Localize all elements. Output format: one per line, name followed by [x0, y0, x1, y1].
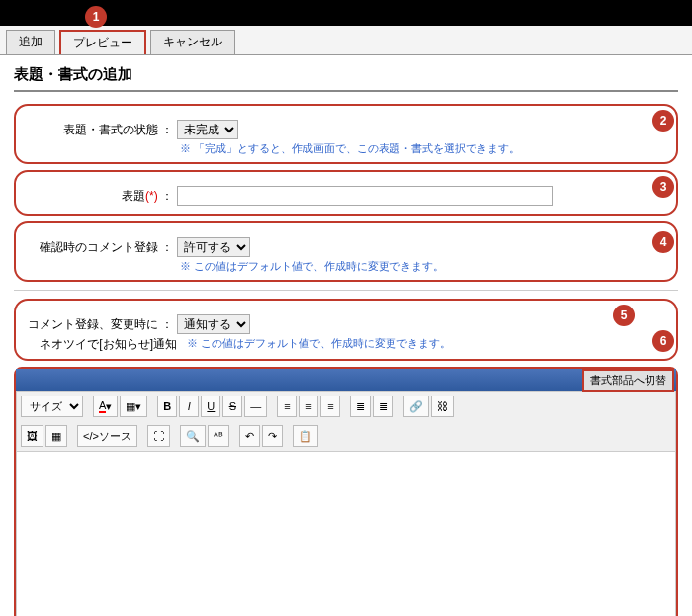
content-area: 表題・書式の追加 表題・書式の状態 ： 未完成 ※ 「完成」とすると、作成画面で…: [0, 55, 692, 616]
text-color-icon[interactable]: A▾: [93, 396, 118, 417]
notify-label-line2: ネオツイで[お知らせ]通知: [24, 336, 177, 353]
hr-icon[interactable]: —: [244, 396, 267, 417]
badge-1: 1: [85, 6, 107, 28]
status-select[interactable]: 未完成: [177, 120, 238, 139]
switch-format-parts-button[interactable]: 書式部品へ切替: [582, 369, 674, 392]
confirm-comment-select[interactable]: 許可する: [177, 237, 250, 257]
underline-icon[interactable]: U: [201, 396, 220, 417]
editor-textarea[interactable]: [16, 452, 676, 616]
align-left-icon[interactable]: ≡: [277, 396, 297, 417]
tab-cancel[interactable]: キャンセル: [150, 30, 235, 54]
bold-icon[interactable]: B: [157, 396, 177, 417]
divider: [14, 290, 678, 291]
table-icon[interactable]: ▦: [45, 425, 67, 447]
status-label: 表題・書式の状態 ：: [24, 120, 177, 138]
tab-preview[interactable]: プレビュー: [59, 30, 146, 54]
image-icon[interactable]: 🖼: [21, 425, 43, 447]
badge-3: 3: [652, 176, 674, 198]
editor-header-bar: 書式部品へ切替: [16, 369, 676, 391]
align-right-icon[interactable]: ≡: [320, 396, 340, 417]
notify-label: コメント登録、変更時に ：: [24, 314, 177, 333]
notify-block: コメント登録、変更時に ： 通知する ネオツイで[お知らせ]通知 ※ この値はデ…: [14, 299, 678, 361]
status-hint: ※ 「完成」とすると、作成画面で、この表題・書式を選択できます。: [180, 141, 668, 156]
strike-icon[interactable]: S: [222, 396, 242, 417]
title-label: 表題(*) ：: [24, 186, 177, 205]
italic-icon[interactable]: I: [179, 396, 199, 417]
confirm-comment-block: 確認時のコメント登録 ： 許可する ※ この値はデフォルト値で、作成時に変更でき…: [14, 221, 678, 282]
badge-6: 6: [652, 330, 674, 352]
badge-4: 4: [652, 231, 674, 253]
notify-select[interactable]: 通知する: [177, 314, 250, 334]
replace-icon[interactable]: ᴬᴮ: [208, 425, 229, 447]
undo-icon[interactable]: ↶: [239, 425, 260, 447]
badge-2: 2: [652, 110, 674, 132]
badge-5: 5: [613, 305, 635, 326]
title-input[interactable]: [177, 186, 553, 206]
font-size-select[interactable]: サイズ: [21, 396, 83, 417]
notify-hint: ※ この値はデフォルト値で、作成時に変更できます。: [187, 336, 451, 353]
align-center-icon[interactable]: ≡: [299, 396, 318, 417]
status-block: 表題・書式の状態 ： 未完成 ※ 「完成」とすると、作成画面で、この表題・書式を…: [14, 104, 678, 164]
redo-icon[interactable]: ↷: [262, 425, 283, 447]
bg-color-icon[interactable]: ▦▾: [120, 396, 147, 417]
link-icon[interactable]: 🔗: [403, 396, 429, 417]
paste-icon[interactable]: 📋: [293, 425, 318, 447]
confirm-comment-hint: ※ この値はデフォルト値で、作成時に変更できます。: [180, 259, 668, 274]
source-button[interactable]: </> ソース: [77, 425, 137, 447]
editor-block: 書式部品へ切替 サイズ A▾ ▦▾ B I U S — ≡ ≡ ≡: [14, 367, 678, 616]
unordered-list-icon[interactable]: ≣: [373, 396, 393, 417]
top-tabbar: 追加 プレビュー キャンセル: [0, 26, 692, 55]
unlink-icon[interactable]: ⛓: [431, 396, 454, 417]
editor-toolbar: サイズ A▾ ▦▾ B I U S — ≡ ≡ ≡ ≣ ≣: [16, 391, 676, 452]
ordered-list-icon[interactable]: ≣: [350, 396, 371, 417]
page-title: 表題・書式の追加: [14, 65, 678, 92]
find-icon[interactable]: 🔍: [180, 425, 206, 447]
confirm-comment-label: 確認時のコメント登録 ：: [24, 237, 177, 256]
title-block: 表題(*) ：: [14, 170, 678, 216]
tab-add[interactable]: 追加: [6, 30, 55, 54]
maximize-icon[interactable]: ⛶: [147, 425, 170, 447]
